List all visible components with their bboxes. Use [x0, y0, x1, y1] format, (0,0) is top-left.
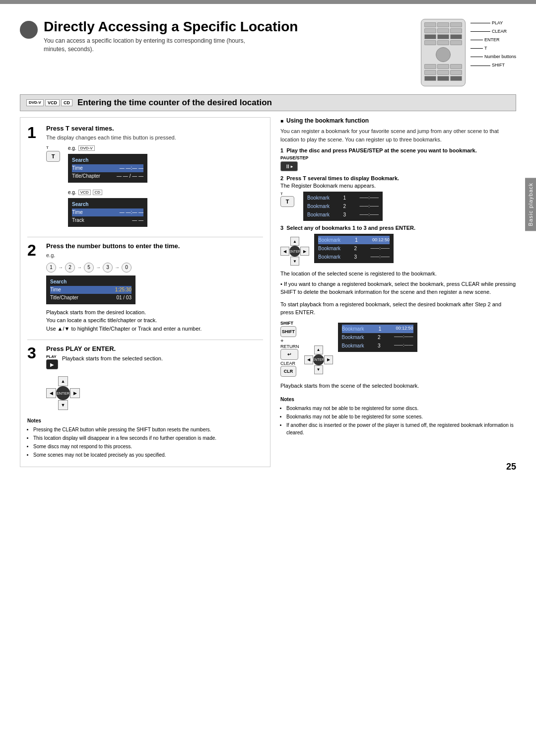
- arrow4: →: [115, 265, 120, 270]
- eg1-badge: DVD-V: [78, 145, 95, 151]
- enter-left2: ◀: [280, 247, 289, 256]
- bm-display-2: T T Bookmark 1 ——:—— Bookmark 2: [280, 192, 516, 221]
- eg2-badge2: CD: [93, 190, 103, 195]
- bm-row-2: Bookmark 2 ——:——: [307, 202, 379, 210]
- remote-top-buttons: [424, 22, 462, 45]
- num-3: 3: [103, 263, 113, 273]
- remote-circle-area: [424, 47, 462, 62]
- pause-icon: ⏸▶: [280, 161, 298, 171]
- remote-bottom-buttons: [424, 64, 462, 81]
- enter-row-top: ▲: [48, 376, 78, 386]
- step-1-title: Press T several times.: [46, 125, 263, 132]
- arrow1: →: [58, 265, 63, 270]
- bm-row-3: Bookmark 3 ——:——: [307, 210, 379, 219]
- step-3: 3 Press PLAY or ENTER. PLAY ▶ Playback s…: [27, 345, 263, 410]
- bookmark-step-1-num: 1 Play the disc and press PAUSE/STEP at …: [280, 147, 516, 153]
- bookmark-section-title: Using the bookmark function: [280, 117, 516, 124]
- r-btn: [424, 22, 436, 27]
- screen1: Search Time — —:— — Title/Chapter — — / …: [68, 154, 147, 183]
- note-left-4: Some scenes may not be located precisely…: [33, 451, 263, 459]
- enter-row-mid: ◀ ENTER ▶: [46, 386, 80, 400]
- r-btn-dark: [437, 34, 449, 39]
- r-btn-dark: [437, 76, 449, 81]
- bookmark-step-2-text2: The Register Bookmark menu appears.: [280, 183, 516, 189]
- pause-step-area: PAUSE/STEP ⏸▶: [280, 155, 516, 171]
- screen3-title: Search: [50, 278, 132, 286]
- eg1-screen-area: e.g. DVD-V Search Time — —:— — Ti: [68, 145, 147, 186]
- play-label-line: PLAY: [470, 19, 516, 27]
- final-enter-center: ENTER: [313, 354, 324, 365]
- enter-up: ▲: [58, 376, 68, 386]
- play-icon: ▶: [46, 359, 58, 369]
- right-column: Using the bookmark function You can regi…: [280, 117, 516, 467]
- r-btn-dark: [424, 76, 436, 81]
- r-btn: [437, 22, 449, 27]
- bm-screen-3: Bookmark 1 00:12:50 Bookmark 2 ——:—— Boo…: [314, 234, 394, 263]
- step-3-number: 3: [27, 345, 41, 361]
- step-3-content: Press PLAY or ENTER. PLAY ▶ Playback sta…: [46, 345, 263, 410]
- note-right-2: Bookmarks may not be able to be register…: [286, 413, 516, 420]
- title-icon: [20, 21, 38, 39]
- r-btn: [450, 64, 462, 69]
- main-content: 1 Press T several times. The display cha…: [20, 117, 516, 467]
- r-btn-play: [424, 34, 436, 39]
- enter-cluster: ▲ ◀ ENTER ▶ ▼: [46, 376, 80, 410]
- r-btn: [424, 64, 436, 69]
- bm-final-row-3: Bookmark 3 ——:——: [342, 342, 413, 350]
- eg2-badge1: VCD: [78, 190, 91, 195]
- subtitle: You can access a specific location by en…: [44, 37, 298, 54]
- badge-vcd: VCD: [45, 99, 60, 106]
- r-btn: [437, 70, 449, 75]
- eg2-area: e.g. VCD CD Search Time — —:— —: [46, 190, 263, 230]
- screen3: Search Time 1:25:30 Title/Chapter 01 / 0…: [46, 275, 135, 304]
- step-1-content: Press T several times. The display chang…: [46, 125, 263, 230]
- enter-down: ▼: [58, 400, 68, 410]
- enter-label-line: ENTER: [470, 36, 516, 44]
- t-button-bm2: T: [280, 196, 294, 207]
- enter-up2: ▲: [290, 237, 299, 246]
- enter-center-btn: ENTER: [56, 386, 70, 400]
- r-btn: [424, 40, 436, 45]
- step-2-content: Press the number buttons to enter the ti…: [46, 242, 263, 333]
- enter-row-bottom: ▼: [48, 400, 78, 410]
- step-2-title: Press the number buttons to enter the ti…: [46, 242, 263, 250]
- screen3-row1: Time 1:25:30: [50, 286, 132, 294]
- r-btn: [424, 70, 436, 75]
- section-header: DVD-V VCD CD Entering the time counter o…: [20, 94, 516, 111]
- page-number: 25: [506, 462, 516, 472]
- bookmark-step-2-num: 2 Press T several times to display Bookm…: [280, 175, 516, 181]
- r-btn: [450, 40, 462, 45]
- page-title: Directly Accessing a Specific Location: [44, 19, 298, 35]
- arrow2: →: [77, 265, 82, 270]
- bm-final-row-2: Bookmark 2 ——:——: [342, 333, 413, 342]
- left-column: 1 Press T several times. The display cha…: [20, 117, 270, 467]
- enter-row-mid2: ◀ ENTER ▶: [280, 246, 309, 257]
- top-bar: [0, 0, 536, 4]
- screen2-title: Search: [72, 201, 143, 208]
- step-1-desc: The display changes each time this butto…: [46, 134, 263, 141]
- final-enter-mid: ◀ ENTER ▶: [304, 354, 333, 365]
- note-right-1: Bookmarks may not be able to be register…: [286, 405, 516, 412]
- section-title: Entering the time counter of the desired…: [77, 98, 272, 108]
- line: [470, 31, 490, 32]
- step-2-eg: e.g.: [46, 252, 263, 259]
- clear-btn: CLR: [280, 366, 296, 377]
- clear-label-line: CLEAR: [470, 27, 516, 36]
- screen1-row1: Time — —:— —: [72, 164, 143, 172]
- enter-row-bot2: ▼: [281, 257, 308, 266]
- divider1: [27, 237, 263, 237]
- step-3-play: PLAY ▶ Playback starts from the selected…: [46, 354, 263, 369]
- notes-left: Notes Pressing the CLEAR button while pr…: [27, 417, 263, 459]
- r-btn: [450, 28, 462, 33]
- final-enter-bot: ▼: [305, 365, 332, 374]
- bookmark-desc: You can register a bookmark for your fav…: [280, 127, 516, 143]
- plus-sign: +: [280, 338, 283, 344]
- bm-final-area: SHIFT SHIFT + RETURN ↩ CLEAR CLR: [280, 321, 516, 377]
- num-1: 1: [46, 263, 56, 273]
- enter-right2: ▶: [300, 247, 309, 256]
- bm-screen-final: Bookmark 1 00:12:50 Bookmark 2 ——:—— Boo…: [338, 323, 417, 352]
- line: [470, 57, 483, 57]
- enter-center2: ENTER: [289, 246, 300, 257]
- r-btn-dark: [450, 76, 462, 81]
- notes-left-list: Pressing the CLEAR button while pressing…: [27, 426, 263, 459]
